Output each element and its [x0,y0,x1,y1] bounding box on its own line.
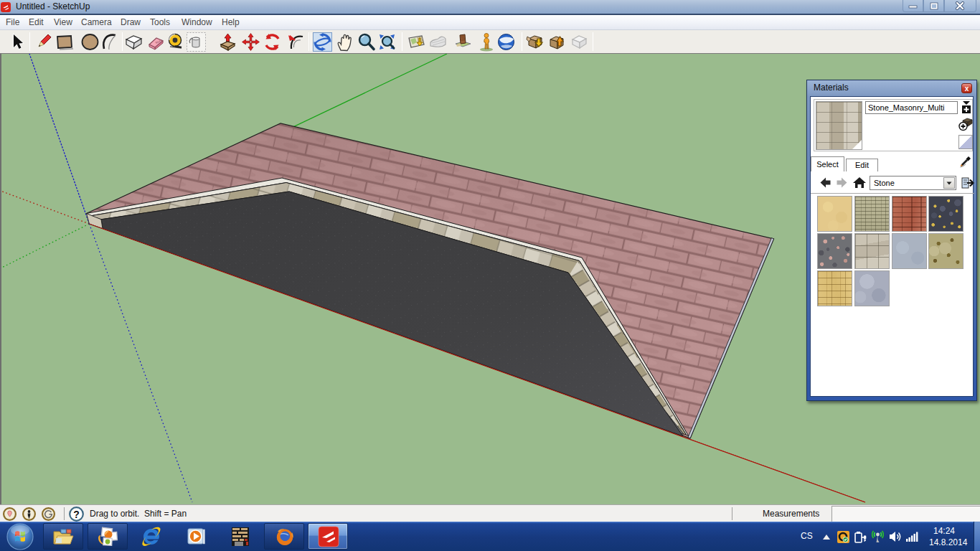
svg-text:?: ? [73,509,80,520]
